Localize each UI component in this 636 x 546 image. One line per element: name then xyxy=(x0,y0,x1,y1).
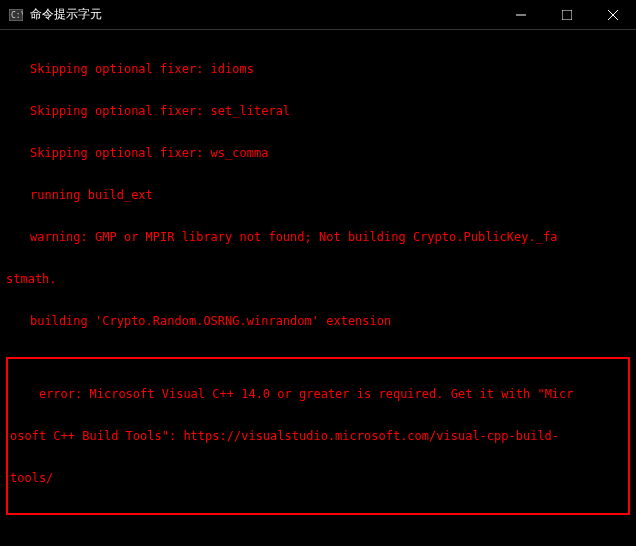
output-line: tools/ xyxy=(10,471,626,485)
svg-text:C:\: C:\ xyxy=(11,11,23,20)
output-line: Skipping optional fixer: set_literal xyxy=(6,104,630,118)
cmd-icon: C:\ xyxy=(8,7,24,23)
command-prompt-window: C:\ 命令提示字元 Skipping optional fixer: idio… xyxy=(0,0,636,546)
output-line: stmath. xyxy=(6,272,630,286)
maximize-button[interactable] xyxy=(544,0,590,29)
window-title: 命令提示字元 xyxy=(30,6,498,23)
close-button[interactable] xyxy=(590,0,636,29)
error-highlight-box: error: Microsoft Visual C++ 14.0 or grea… xyxy=(6,357,630,515)
window-controls xyxy=(498,0,636,29)
output-line: Skipping optional fixer: ws_comma xyxy=(6,146,630,160)
output-line: error: Microsoft Visual C++ 14.0 or grea… xyxy=(10,387,626,401)
output-line: Skipping optional fixer: idioms xyxy=(6,62,630,76)
output-line: osoft C++ Build Tools": https://visualst… xyxy=(10,429,626,443)
titlebar[interactable]: C:\ 命令提示字元 xyxy=(0,0,636,30)
output-line: building 'Crypto.Random.OSRNG.winrandom'… xyxy=(6,314,630,328)
output-line: warning: GMP or MPIR library not found; … xyxy=(6,230,630,244)
output-line: running build_ext xyxy=(6,188,630,202)
terminal-area[interactable]: Skipping optional fixer: idioms Skipping… xyxy=(0,30,636,546)
svg-rect-3 xyxy=(562,10,572,20)
minimize-button[interactable] xyxy=(498,0,544,29)
